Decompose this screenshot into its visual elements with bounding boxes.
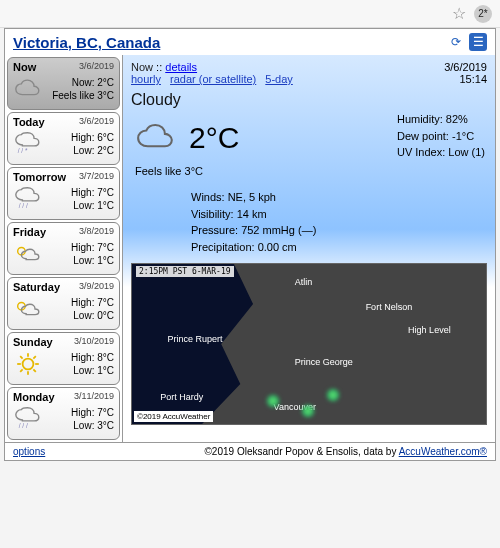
low: Low: 3°C [71,419,114,433]
card-friday[interactable]: Friday3/8/2019 High: 7°CLow: 1°C [7,222,120,275]
card-tomorrow[interactable]: Tomorrow3/7/2019 / / /High: 7°CLow: 1°C [7,167,120,220]
forecast-sidebar: Now 3/6/2019 Now: 2°C Feels like 3°C Tod… [5,55,123,442]
map-label: High Level [408,325,451,335]
map-label: Port Hardy [160,392,203,402]
refresh-icon[interactable]: ⟳ [447,33,465,51]
card-now[interactable]: Now 3/6/2019 Now: 2°C Feels like 3°C [7,57,120,110]
card-today[interactable]: Today3/6/2019 / / *High: 6°CLow: 2°C [7,112,120,165]
link-radar[interactable]: radar (or satellite) [170,73,256,85]
dewpoint: Dew point: -1°C [397,128,485,145]
high: High: 8°C [71,351,114,365]
precip-blob [327,389,339,401]
humidity: Humidity: 82% [397,111,485,128]
menu-icon[interactable]: ☰ [469,33,487,51]
condition-text: Cloudy [131,91,487,109]
card-date: 3/7/2019 [79,171,114,183]
svg-point-4 [23,359,34,370]
partly-cloudy-icon [13,240,43,268]
low: Low: 1°C [71,199,114,213]
card-date: 3/11/2019 [74,391,114,403]
winds: Winds: NE, 5 kph [191,189,487,206]
radar-map[interactable]: 2:15PM PST 6-MAR-19 Atlin Fort Nelson Pr… [131,263,487,425]
location-link[interactable]: Victoria, BC, Canada [13,34,160,51]
high: High: 7°C [71,406,114,420]
card-saturday[interactable]: Saturday3/9/2019 High: 7°CLow: 0°C [7,277,120,330]
low: Low: 1°C [71,254,114,268]
high: High: 7°C [71,186,114,200]
cloud-icon [131,113,181,163]
extension-badge[interactable]: 2* [474,5,492,23]
svg-line-11 [33,356,35,358]
svg-line-12 [20,369,22,371]
svg-line-10 [33,369,35,371]
card-label: Now [13,61,36,73]
card-date: 3/8/2019 [79,226,114,238]
high: High: 7°C [71,296,114,310]
card-date: 3/6/2019 [79,61,114,73]
low: Low: 0°C [71,309,114,323]
link-hourly[interactable]: hourly [131,73,161,85]
link-5day[interactable]: 5-day [265,73,293,85]
now-feels: Feels like 3°C [52,89,114,103]
footer: options ©2019 Oleksandr Popov & Ensolis,… [5,442,495,460]
browser-toolbar: ☆ 2* [0,0,500,28]
low: Low: 1°C [71,364,114,378]
now-label: Now [131,61,153,73]
cloud-icon [13,75,43,103]
card-label: Tomorrow [13,171,66,183]
current-temp: 2°C [189,121,239,155]
separator: :: [156,61,162,73]
stats-mid: Winds: NE, 5 kph Visibility: 14 km Press… [191,189,487,255]
card-date: 3/9/2019 [79,281,114,293]
accuweather-link[interactable]: AccuWeather.com® [399,446,487,457]
rain-icon: / / / [13,185,43,213]
partly-cloudy-icon [13,295,43,323]
map-label: Atlin [295,277,313,287]
map-label: Prince George [295,357,353,367]
main-date: 3/6/2019 [444,61,487,73]
map-label: Fort Nelson [366,302,413,312]
card-label: Sunday [13,336,53,348]
card-label: Saturday [13,281,60,293]
now-temp: Now: 2°C [52,76,114,90]
feels-like: Feels like 3°C [135,165,487,177]
sunny-icon [13,350,43,378]
pressure: Pressure: 752 mmHg (—) [191,222,487,239]
card-date: 3/10/2019 [74,336,114,348]
footer-credit: ©2019 Oleksandr Popov & Ensolis, data by… [205,446,488,457]
bookmark-star-icon[interactable]: ☆ [452,4,466,23]
uv-index: UV Index: Low (1) [397,144,485,161]
precip: Precipitation: 0.00 cm [191,239,487,256]
radar-timestamp: 2:15PM PST 6-MAR-19 [136,266,234,277]
main-time: 15:14 [444,73,487,85]
radar-attribution: ©2019 AccuWeather [134,411,213,422]
precip-blob [302,405,314,417]
high: High: 7°C [71,241,114,255]
precip-blob [267,395,279,407]
main-panel: Now :: details hourly radar (or satellit… [123,55,495,442]
cloud-snow-icon: / / * [13,130,43,158]
visibility: Visibility: 14 km [191,206,487,223]
card-sunday[interactable]: Sunday3/10/2019 High: 8°CLow: 1°C [7,332,120,385]
map-label: Prince Rupert [167,334,222,344]
card-label: Today [13,116,45,128]
link-details[interactable]: details [165,61,197,73]
high: High: 6°C [71,131,114,145]
card-label: Friday [13,226,46,238]
svg-text:/ / /: / / / [19,202,28,209]
weather-popup: Victoria, BC, Canada ⟳ ☰ Now 3/6/2019 No… [4,28,496,461]
svg-text:/ / *: / / * [18,147,28,154]
card-date: 3/6/2019 [79,116,114,128]
app-header: Victoria, BC, Canada ⟳ ☰ [5,29,495,55]
stats-right: Humidity: 82% Dew point: -1°C UV Index: … [397,111,485,161]
svg-text:/ / /: / / / [19,422,28,429]
low: Low: 2°C [71,144,114,158]
card-label: Monday [13,391,55,403]
credit-text: ©2019 Oleksandr Popov & Ensolis, data by [205,446,399,457]
options-link[interactable]: options [13,446,45,457]
card-monday[interactable]: Monday3/11/2019 / / /High: 7°CLow: 3°C [7,387,120,440]
rain-icon: / / / [13,405,43,433]
svg-line-9 [20,356,22,358]
